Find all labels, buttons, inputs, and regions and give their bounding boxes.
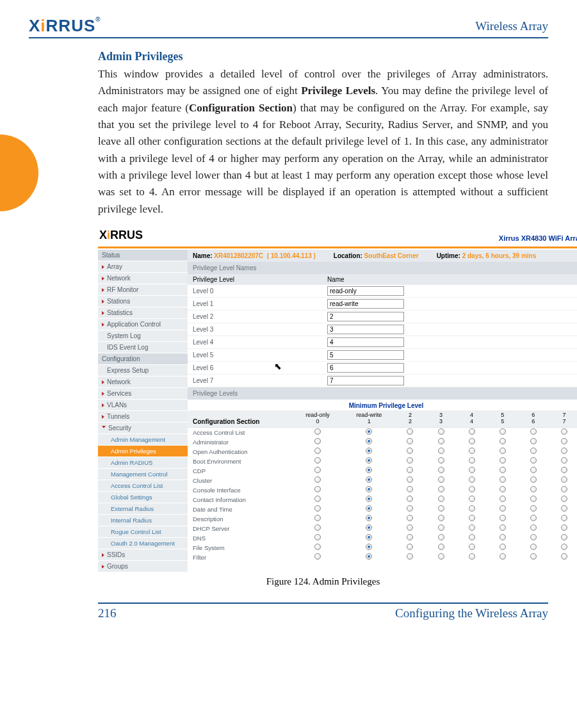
sidebar-item[interactable]: Network — [98, 376, 188, 388]
radio-button[interactable] — [314, 496, 321, 502]
radio-button[interactable] — [314, 524, 321, 531]
radio-button[interactable] — [469, 505, 475, 512]
radio-button[interactable] — [561, 534, 567, 540]
radio-button[interactable] — [561, 553, 567, 560]
sidebar-item[interactable]: SSIDs — [98, 549, 188, 561]
sidebar-item[interactable]: System Log — [98, 330, 188, 342]
radio-button[interactable] — [366, 524, 372, 531]
sidebar-item[interactable]: Management Control — [98, 469, 188, 480]
sidebar-item[interactable]: Tunnels — [98, 411, 188, 423]
radio-button[interactable] — [500, 505, 506, 512]
radio-button[interactable] — [407, 476, 413, 483]
radio-button[interactable] — [314, 553, 321, 560]
radio-button[interactable] — [366, 486, 372, 492]
radio-button[interactable] — [530, 524, 537, 531]
radio-button[interactable] — [366, 553, 372, 560]
radio-button[interactable] — [561, 476, 567, 483]
sidebar-item[interactable]: Admin Management — [98, 434, 188, 446]
radio-button[interactable] — [314, 448, 321, 454]
radio-button[interactable] — [438, 515, 444, 521]
sidebar-item[interactable]: RF Monitor — [98, 284, 188, 296]
radio-button[interactable] — [407, 467, 413, 473]
radio-button[interactable] — [530, 448, 537, 454]
radio-button[interactable] — [469, 515, 475, 521]
sidebar-item[interactable]: Internal Radius — [98, 515, 188, 526]
radio-button[interactable] — [438, 476, 444, 483]
radio-button[interactable] — [438, 457, 444, 464]
sidebar-item[interactable]: Application Control — [98, 319, 188, 330]
radio-button[interactable] — [438, 448, 444, 454]
radio-button[interactable] — [366, 505, 372, 512]
radio-button[interactable] — [530, 428, 537, 435]
radio-button[interactable] — [469, 544, 475, 550]
radio-button[interactable] — [438, 467, 444, 473]
radio-button[interactable] — [314, 476, 321, 483]
level-name-input[interactable] — [327, 337, 404, 347]
radio-button[interactable] — [407, 438, 413, 444]
radio-button[interactable] — [530, 553, 537, 560]
sidebar-item[interactable]: Security — [98, 423, 188, 434]
radio-button[interactable] — [438, 438, 444, 444]
radio-button[interactable] — [530, 496, 537, 502]
radio-button[interactable] — [500, 496, 506, 502]
radio-button[interactable] — [561, 524, 567, 531]
radio-button[interactable] — [366, 496, 372, 502]
radio-button[interactable] — [438, 428, 444, 435]
radio-button[interactable] — [438, 553, 444, 560]
radio-button[interactable] — [561, 438, 567, 444]
radio-button[interactable] — [407, 428, 413, 435]
radio-button[interactable] — [314, 486, 321, 492]
radio-button[interactable] — [530, 534, 537, 540]
level-name-input[interactable] — [327, 350, 404, 360]
level-name-input[interactable] — [327, 312, 404, 321]
radio-button[interactable] — [469, 448, 475, 454]
radio-button[interactable] — [366, 428, 372, 435]
radio-button[interactable] — [407, 457, 413, 464]
sidebar-item[interactable]: Statistics — [98, 307, 188, 319]
sidebar-item[interactable]: VLANs — [98, 400, 188, 411]
radio-button[interactable] — [469, 553, 475, 560]
radio-button[interactable] — [469, 457, 475, 464]
radio-button[interactable] — [469, 476, 475, 483]
radio-button[interactable] — [469, 486, 475, 492]
radio-button[interactable] — [407, 524, 413, 531]
radio-button[interactable] — [500, 486, 506, 492]
radio-button[interactable] — [469, 534, 475, 540]
sidebar-item[interactable]: Network — [98, 273, 188, 284]
radio-button[interactable] — [500, 428, 506, 435]
radio-button[interactable] — [366, 448, 372, 454]
radio-button[interactable] — [530, 505, 537, 512]
radio-button[interactable] — [561, 544, 567, 550]
radio-button[interactable] — [366, 534, 372, 540]
radio-button[interactable] — [561, 428, 567, 435]
sidebar-item[interactable]: Stations — [98, 296, 188, 307]
level-name-input[interactable] — [327, 299, 404, 309]
radio-button[interactable] — [366, 457, 372, 464]
level-name-input[interactable] — [327, 376, 404, 385]
radio-button[interactable] — [366, 476, 372, 483]
level-name-input[interactable] — [327, 325, 404, 334]
sidebar-item[interactable]: Services — [98, 388, 188, 400]
radio-button[interactable] — [438, 505, 444, 512]
radio-button[interactable] — [561, 448, 567, 454]
radio-button[interactable] — [407, 515, 413, 521]
radio-button[interactable] — [438, 544, 444, 550]
radio-button[interactable] — [438, 496, 444, 502]
sidebar-item[interactable]: Array — [98, 261, 188, 273]
sidebar-item[interactable]: Global Settings — [98, 492, 188, 503]
sidebar-item[interactable]: Rogue Control List — [98, 526, 188, 538]
radio-button[interactable] — [500, 457, 506, 464]
radio-button[interactable] — [366, 467, 372, 473]
sidebar-item[interactable]: Groups — [98, 561, 188, 572]
sidebar-item[interactable]: Express Setup — [98, 365, 188, 376]
radio-button[interactable] — [469, 524, 475, 531]
radio-button[interactable] — [407, 505, 413, 512]
radio-button[interactable] — [407, 534, 413, 540]
radio-button[interactable] — [469, 438, 475, 444]
sidebar-item[interactable]: Admin RADIUS — [98, 457, 188, 469]
radio-button[interactable] — [314, 534, 321, 540]
radio-button[interactable] — [500, 544, 506, 550]
radio-button[interactable] — [314, 457, 321, 464]
radio-button[interactable] — [561, 457, 567, 464]
radio-button[interactable] — [500, 467, 506, 473]
